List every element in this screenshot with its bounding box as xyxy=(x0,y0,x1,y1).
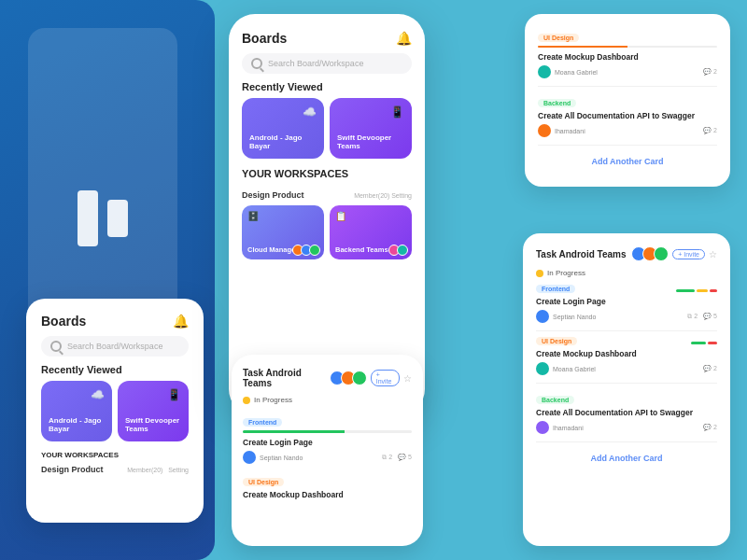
ws-card-cloud-avatars xyxy=(295,245,320,256)
rt-avatar2 xyxy=(538,124,551,137)
bc-frontend-label: Frontend xyxy=(243,418,282,427)
rb-assignee3-name: Ihamadani xyxy=(553,425,584,431)
rt-add-card-btn[interactable]: Add Another Card xyxy=(538,151,717,172)
bc-header-right: + Invite ☆ xyxy=(330,370,412,386)
small-board-cards: ☁️ Android - Jago Bayar 📱 Swift Devooper… xyxy=(41,381,189,441)
rt-uidesign-section: UI Design Create Mockup Dashboard Moana … xyxy=(538,27,717,78)
bc-copy1: ⧉ 2 xyxy=(382,454,392,461)
rt-assignee2-name: Ihamadani xyxy=(555,128,585,134)
ws-card-cloud[interactable]: 🗄️ Cloud Management xyxy=(242,205,324,259)
bc-assignee1-row: Septian Nando xyxy=(243,451,303,464)
main-workspace-label: YOUR WORKSPACES xyxy=(242,168,348,179)
rt-comments2: 💬 2 xyxy=(703,127,717,134)
rt-task1-title: Create Mockup Dashboard xyxy=(538,52,717,62)
ws-card-backend-avatars xyxy=(391,245,408,256)
main-board-card-1[interactable]: ☁️ Android - Jago Bayar xyxy=(242,98,324,159)
bell-icon-main: 🔔 xyxy=(396,31,412,46)
rb-copy1: ⧉ 2 xyxy=(687,313,698,320)
rt-assignee1-row: Moana Gabriel xyxy=(538,65,598,78)
main-search-bar[interactable]: Search Board/Workspace xyxy=(242,53,412,74)
rb-frontend-label: Frontend xyxy=(536,285,575,293)
rb-assignee2-name: Moana Gabriel xyxy=(553,366,596,372)
rb-task3-title: Create All Documentation API to Swagger xyxy=(536,408,717,417)
rb-yellow-dot xyxy=(536,270,543,277)
board-icon-1: ☁️ xyxy=(91,388,105,401)
main-board-icon-2: 📱 xyxy=(390,105,404,119)
main-board-label-2: Swift Devooper Teams xyxy=(337,133,404,151)
rb-backend-label: Backend xyxy=(536,396,574,404)
bc-uidesign-label: UI Design xyxy=(243,478,284,486)
bc-comments1: 💬 5 xyxy=(398,454,412,461)
main-workspace-cards: 🗄️ Cloud Management 📋 Backend Teams xyxy=(242,205,412,259)
rb-avatar-group xyxy=(631,246,669,261)
rb-task1-title: Create Login Page xyxy=(536,297,717,306)
small-board-card-1[interactable]: ☁️ Android - Jago Bayar xyxy=(41,381,112,441)
main-workspace-name: Design Product xyxy=(242,190,304,200)
small-board-card-2[interactable]: 📱 Swift Devooper Teams xyxy=(118,381,189,441)
main-board-card-2[interactable]: 📱 Swift Devooper Teams xyxy=(330,98,412,159)
rb-stats3: 💬 2 xyxy=(703,424,717,431)
bc-status-badge: In Progress xyxy=(243,396,412,404)
rb-uidesign-label: UI Design xyxy=(536,337,577,345)
bc-title: Task Android Teams xyxy=(243,368,330,388)
rb-task2-title: Create Mockup Dashboard xyxy=(536,349,717,358)
rb-avatar1 xyxy=(536,310,549,323)
bc-progress-fill-frontend xyxy=(243,430,345,433)
rt-uidesign-label: UI Design xyxy=(538,34,579,42)
bc-task1-title: Create Login Page xyxy=(243,438,412,447)
rt-divider1 xyxy=(538,86,717,87)
phone-small: Boards 🔔 Search Board/Workspace Recently… xyxy=(26,299,204,523)
rb-star-icon[interactable]: ☆ xyxy=(709,249,717,259)
rb-comments3: 💬 2 xyxy=(703,424,717,431)
rb-assignee3-row: Ihamadani xyxy=(536,421,584,434)
bc-assignee1-name: Septian Nando xyxy=(260,455,303,461)
rb-assignee2-row: Moana Gabriel xyxy=(536,362,596,375)
small-workspace-label: YOUR WORKSPACES xyxy=(41,451,189,459)
bc-progress-frontend xyxy=(243,430,412,433)
board-icon-2: 📱 xyxy=(167,388,181,401)
main-search-text: Search Board/Workspace xyxy=(268,59,363,68)
bc-uidesign-section: UI Design Create Mockup Dashboard xyxy=(243,471,412,499)
search-icon-main xyxy=(251,58,262,69)
bc-avatar-group xyxy=(330,371,367,385)
bc-av3 xyxy=(352,371,367,385)
small-workspace-meta: Member(20) Setting xyxy=(127,467,189,473)
rb-invite-btn[interactable]: + Invite xyxy=(672,249,705,259)
bc-yellow-dot xyxy=(243,397,250,404)
rb-status-badge: In Progress xyxy=(536,269,717,277)
rb-avatar3 xyxy=(536,421,549,434)
small-workspace-name: Design Product xyxy=(41,465,104,474)
main-workspace-meta: Member(20) Setting xyxy=(354,192,412,199)
small-search-bar[interactable]: Search Board/Workspace xyxy=(41,336,189,357)
rb-header-right: + Invite ☆ xyxy=(631,246,717,261)
bc-stats1: ⧉ 2 💬 5 xyxy=(382,454,412,461)
bc-invite-btn[interactable]: + Invite xyxy=(371,370,400,386)
rb-avatar2 xyxy=(536,362,549,375)
main-workspace-row: Design Product Member(20) Setting xyxy=(242,190,412,200)
small-search-text: Search Board/Workspace xyxy=(67,342,162,351)
rb-uidesign-section: UI Design Create Mockup Dashboard Moana … xyxy=(536,337,717,375)
rb-add-card-btn[interactable]: Add Another Card xyxy=(536,448,717,469)
small-boards-title: Boards xyxy=(41,314,86,329)
rb-status-text: In Progress xyxy=(547,269,585,277)
card-right-top: UI Design Create Mockup Dashboard Moana … xyxy=(525,14,730,187)
small-workspace-row: Design Product Member(20) Setting xyxy=(41,465,189,474)
small-board-label-1: Android - Jago Bayar xyxy=(49,416,105,434)
rb-comments1: 💬 5 xyxy=(703,313,717,320)
bc-star-icon[interactable]: ☆ xyxy=(403,373,412,384)
phone-bottom-center: Task Android Teams + Invite ☆ In Progres… xyxy=(232,355,423,546)
rt-task2-title: Create All Documentation API to Swagger xyxy=(538,111,717,120)
rt-backend-label: Backend xyxy=(538,99,576,107)
main-board-label-1: Android - Jago Bayar xyxy=(249,133,317,151)
rb-comments2: 💬 2 xyxy=(703,365,717,372)
rt-comments1: 💬 2 xyxy=(703,68,717,76)
ws-card-backend[interactable]: 📋 Backend Teams xyxy=(330,205,412,259)
rb-title: Task Android Teams xyxy=(536,249,627,259)
rt-assignee2-row: Ihamadani xyxy=(538,124,585,137)
rb-stats2: 💬 2 xyxy=(703,365,717,372)
rt-avatar1 xyxy=(538,65,551,78)
rb-divider2 xyxy=(536,383,717,384)
rb-frontend-section: Frontend Create Login Page Septian Nando… xyxy=(536,285,717,323)
bc-avatar1 xyxy=(243,451,256,464)
main-recently-label: Recently Viewed xyxy=(242,81,412,92)
